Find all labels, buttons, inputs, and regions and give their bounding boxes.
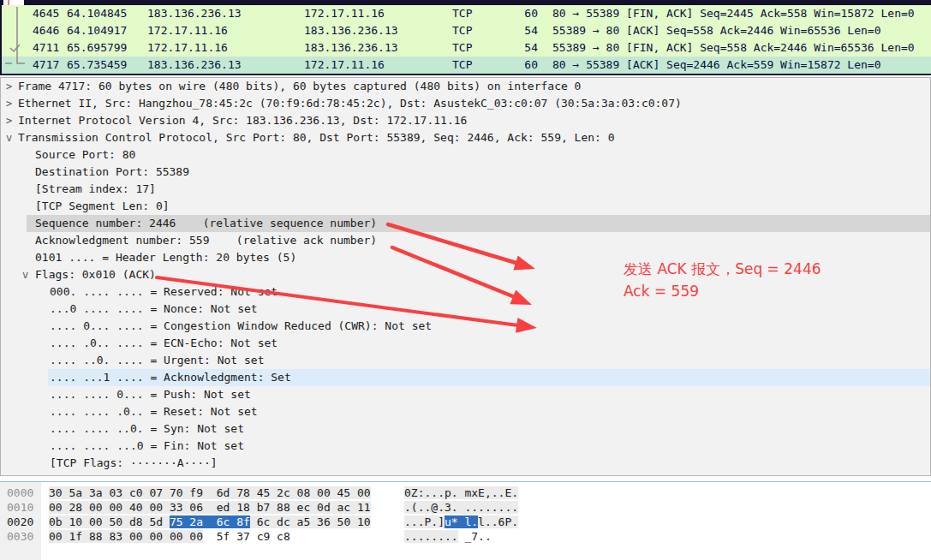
detail-tree-row[interactable]: Destination Port: 55389 (1, 164, 930, 181)
packet-source: 183.136.236.13 (147, 57, 242, 74)
hex-offset: 0030 (7, 529, 33, 544)
ascii-segment: u* l. (445, 515, 478, 528)
detail-tree-row[interactable]: [TCP Flags: ·······A····] (1, 455, 930, 472)
ascii-segment: .(..@.3. ........ (404, 501, 518, 514)
hex-offset: 0020 (7, 515, 33, 529)
detail-text: 000. .... .... = Reserved: Not set (50, 283, 278, 301)
ascii-bytes: ........ _7.. (404, 529, 492, 544)
packet-protocol: TCP (452, 57, 472, 74)
ascii-bytes: 0Z:...p. mxE,..E. (404, 486, 518, 500)
packet-source: 183.136.236.13 (147, 5, 242, 22)
packet-length: 60 (505, 57, 538, 74)
detail-tree-row[interactable]: .... 0... .... = Congestion Window Reduc… (1, 318, 930, 335)
hex-row[interactable]: 000030 5a 3a 03 c0 07 70 f9 6d 78 45 2c … (0, 486, 931, 500)
hex-row[interactable]: 00200b 10 00 50 d8 5d 75 2a 6c 8f 6c dc … (0, 515, 931, 529)
ascii-segment: 0Z:...p. mxE,..E. (404, 486, 518, 499)
packet-destination: 183.136.236.13 (304, 39, 398, 57)
hex-offset: 0000 (7, 486, 33, 500)
detail-tree-row[interactable]: Sequence number: 2446 (relative sequence… (1, 215, 930, 232)
packet-list-pane: 464564.104845183.136.236.13172.17.11.16T… (0, 5, 931, 74)
hex-dump-pane: 000030 5a 3a 03 c0 07 70 f9 6d 78 45 2c … (0, 481, 931, 560)
detail-text: Flags: 0x010 (ACK) (35, 266, 156, 283)
expander-closed-icon[interactable]: > (6, 95, 12, 112)
detail-tree-row[interactable]: >Internet Protocol Version 4, Src: 183.1… (1, 112, 930, 129)
packet-no: 4645 (33, 5, 59, 22)
detail-tree-row[interactable]: >Frame 4717: 60 bytes on wire (480 bits)… (1, 78, 930, 95)
packet-length: 54 (505, 22, 538, 39)
hex-byte-segment: 00 28 00 00 40 00 33 06 ed 18 b7 88 ec 0… (49, 501, 371, 514)
packet-destination: 172.17.11.16 (304, 57, 385, 74)
detail-text: Acknowledgment number: 559 (relative ack… (35, 232, 377, 249)
detail-text: .... .0.. .... = ECN-Echo: Not set (50, 335, 278, 352)
detail-tree-row[interactable]: >Ethernet II, Src: Hangzhou_78:45:2c (70… (1, 95, 930, 112)
detail-tree-row[interactable]: vTransmission Control Protocol, Src Port… (1, 129, 930, 146)
detail-tree-row[interactable]: Source Port: 80 (1, 146, 930, 164)
hex-offset: 0010 (7, 500, 33, 515)
ascii-segment: ...P.] (404, 515, 445, 528)
detail-text: .... .... 0... = Push: Not set (50, 386, 251, 403)
detail-tree-row[interactable]: .... .... 0... = Push: Not set (1, 386, 930, 403)
detail-text: [TCP Flags: ·······A····] (50, 455, 218, 472)
expander-open-icon[interactable]: v (22, 266, 28, 283)
detail-text: Frame 4717: 60 bytes on wire (480 bits),… (18, 78, 581, 95)
detail-tree-row[interactable]: .... .... ..0. = Syn: Not set (1, 420, 930, 438)
packet-destination: 183.136.236.13 (304, 22, 398, 39)
hex-byte-segment: 30 5a 3a 03 c0 07 70 f9 6d 78 45 2c 08 0… (49, 486, 371, 499)
pane-divider (0, 74, 931, 75)
hex-byte-segment: 6c dc a5 36 50 10 (250, 515, 371, 528)
packet-length: 60 (505, 5, 538, 22)
packet-info: 80 → 55389 [ACK] Seq=2446 Ack=559 Win=15… (552, 57, 881, 74)
packet-row[interactable]: 471165.695799172.17.11.16183.136.236.13T… (0, 39, 931, 57)
detail-tree-row[interactable]: Acknowledgment number: 559 (relative ack… (1, 232, 930, 249)
expander-open-icon[interactable]: v (6, 129, 12, 146)
detail-text: .... .... ...0 = Fin: Not set (50, 438, 244, 455)
detail-tree-row[interactable]: vFlags: 0x010 (ACK) (1, 266, 930, 283)
packet-protocol: TCP (452, 22, 472, 39)
packet-protocol: TCP (452, 5, 472, 22)
detail-tree-row[interactable]: ...0 .... .... = Nonce: Not set (1, 301, 930, 318)
detail-tree-row[interactable]: Window size value: 31 (1, 472, 930, 476)
detail-tree-row[interactable]: .... .... .0.. = Reset: Not set (1, 403, 930, 420)
detail-tree-row[interactable]: [TCP Segment Len: 0] (1, 198, 930, 215)
packet-destination: 172.17.11.16 (304, 5, 385, 22)
packet-row[interactable]: 464564.104845183.136.236.13172.17.11.16T… (0, 5, 931, 22)
packet-no: 4646 (33, 22, 59, 39)
hex-byte-segment: 75 2a 6c 8f (170, 515, 250, 528)
detail-tree-row[interactable]: 0101 .... = Header Length: 20 bytes (5) (1, 249, 930, 266)
detail-text: .... .... .0.. = Reset: Not set (50, 403, 258, 420)
detail-text: Sequence number: 2446 (relative sequence… (35, 215, 377, 232)
detail-tree-row[interactable]: .... ...1 .... = Acknowledgment: Set (1, 369, 930, 386)
ascii-bytes: ...P.]u* l.l..6P. (404, 515, 518, 529)
packet-detail-pane: >Frame 4717: 60 bytes on wire (480 bits)… (0, 77, 931, 476)
hex-byte-segment: 00 1f 88 83 00 00 00 00 (49, 530, 203, 543)
detail-text: Ethernet II, Src: Hangzhou_78:45:2c (70:… (18, 95, 682, 112)
packet-no: 4717 (33, 57, 59, 74)
detail-tree-row[interactable]: 000. .... .... = Reserved: Not set (1, 283, 930, 301)
detail-tree-row[interactable]: .... .... ...0 = Fin: Not set (1, 438, 930, 455)
packet-no: 4711 (33, 39, 59, 57)
hex-row[interactable]: 001000 28 00 00 40 00 33 06 ed 18 b7 88 … (0, 500, 931, 515)
detail-tree-row[interactable]: .... .0.. .... = ECN-Echo: Not set (1, 335, 930, 352)
packet-row[interactable]: 471765.735459183.136.236.13172.17.11.16T… (0, 57, 931, 74)
packet-time: 64.104845 (67, 5, 127, 22)
detail-tree-row[interactable]: [Stream index: 17] (1, 181, 930, 198)
expander-closed-icon[interactable]: > (6, 78, 12, 95)
detail-text: Source Port: 80 (35, 146, 135, 164)
expander-closed-icon[interactable]: > (6, 112, 12, 129)
ascii-segment: l..6P. (478, 515, 518, 528)
hex-row[interactable]: 003000 1f 88 83 00 00 00 00 5f 37 c9 c8.… (0, 529, 931, 544)
packet-info: 80 → 55389 [FIN, ACK] Seq=2445 Ack=558 W… (552, 5, 915, 22)
hex-bytes: 00 1f 88 83 00 00 00 00 5f 37 c9 c8 (49, 529, 290, 544)
detail-text: Destination Port: 55389 (35, 164, 189, 181)
hex-bytes: 0b 10 00 50 d8 5d 75 2a 6c 8f 6c dc a5 3… (49, 515, 371, 529)
packet-length: 54 (505, 39, 538, 57)
packet-row[interactable]: 464664.104917172.17.11.16183.136.236.13T… (0, 22, 931, 39)
detail-tree-row[interactable]: .... ..0. .... = Urgent: Not set (1, 352, 930, 369)
packet-time: 64.104917 (67, 22, 127, 39)
packet-source: 172.17.11.16 (147, 39, 228, 57)
detail-text: Internet Protocol Version 4, Src: 183.13… (18, 112, 467, 129)
ascii-segment: ........ (404, 530, 458, 543)
detail-text: .... .... ..0. = Syn: Not set (50, 420, 244, 438)
packet-time: 65.695799 (67, 39, 127, 57)
wireshark-window: 464564.104845183.136.236.13172.17.11.16T… (0, 0, 931, 560)
